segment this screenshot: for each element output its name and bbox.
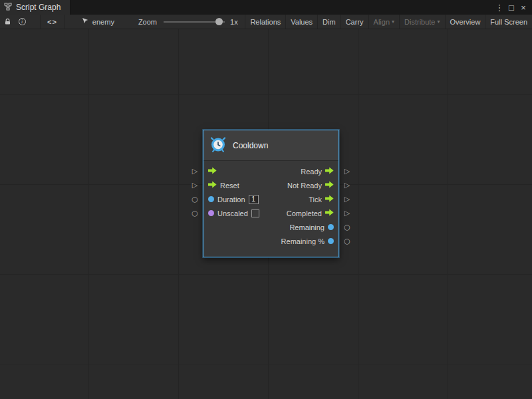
zoom-label: Zoom [138,18,157,26]
carry-button[interactable]: Carry [340,15,368,29]
port-label-completed: Completed [287,209,322,217]
graph-breadcrumb[interactable]: enemy [82,17,114,26]
cooldown-node[interactable]: ▷ ▷ ○ ○ ▷ ▷ ▷ ▷ ○ ○ [203,130,339,257]
port-row: Remaining [203,220,338,234]
port-label-reset: Reset [220,182,239,190]
port-row: Ready [203,164,338,178]
value-input-port-duration[interactable] [208,196,214,202]
value-input-port-unscaled[interactable] [208,210,214,216]
flow-input-port[interactable] [208,167,217,176]
port-row: Remaining % [203,234,338,248]
window-controls: ⋮ □ × [493,0,532,15]
zoom-value: 1x [230,18,238,26]
flow-input-marker-reset[interactable]: ▷ [190,178,200,192]
flow-output-port-tick[interactable] [325,195,334,203]
alarm-clock-icon [209,136,227,156]
port-label-ready: Ready [301,168,322,176]
toolbar-buttons: Relations Values Dim Carry Align ▾ Distr… [245,15,532,29]
maximize-icon[interactable]: □ [505,3,517,13]
tab-script-graph[interactable]: Script Graph [0,0,70,15]
port-label-remaining-percent: Remaining % [281,237,325,245]
port-row: Unscaled Completed [203,206,338,220]
info-icon[interactable]: i [15,15,29,29]
flow-output-port-ready[interactable] [325,167,334,176]
graph-canvas[interactable]: ▷ ▷ ○ ○ ▷ ▷ ▷ ▷ ○ ○ [0,29,532,399]
node-title: Cooldown [233,141,268,150]
node-body: Ready Reset Not Ready [203,161,338,257]
graph-toolbar: i <> enemy Zoom 1x Relations Values Dim … [0,15,532,29]
port-label-not-ready: Not Ready [287,182,322,190]
port-label-duration: Duration [217,196,245,203]
value-output-port-remaining-percent[interactable] [328,238,334,244]
overview-button[interactable]: Overview [445,15,485,29]
value-output-marker-remaining-percent[interactable]: ○ [342,234,352,248]
values-button[interactable]: Values [285,15,317,29]
window-menu-icon[interactable]: ⋮ [493,3,505,13]
unscaled-checkbox[interactable] [251,209,259,217]
port-row: Duration Tick [203,192,338,206]
full-screen-button[interactable]: Full Screen [485,15,532,29]
node-header[interactable]: Cooldown [203,130,338,161]
graph-pointer-icon [82,17,89,26]
value-output-marker-remaining[interactable]: ○ [342,220,352,234]
flow-input-port-reset[interactable] [208,181,217,190]
flow-input-marker[interactable]: ▷ [190,164,200,178]
titlebar: Script Graph ⋮ □ × [0,0,532,15]
external-input-ports: ▷ ▷ ○ ○ [190,164,200,248]
external-output-ports: ▷ ▷ ▷ ▷ ○ ○ [342,164,352,248]
lock-icon[interactable] [0,15,15,29]
value-input-marker-unscaled[interactable]: ○ [190,206,200,220]
duration-field[interactable] [249,195,259,204]
port-label-tick: Tick [309,196,322,203]
zoom-slider[interactable] [164,15,225,29]
value-input-marker-duration[interactable]: ○ [190,192,200,206]
flow-output-marker-not-ready[interactable]: ▷ [342,178,352,192]
flow-output-marker-ready[interactable]: ▷ [342,164,352,178]
flow-output-port-not-ready[interactable] [325,181,334,190]
distribute-dropdown-icon: ▾ [438,19,440,25]
flow-output-marker-completed[interactable]: ▷ [342,206,352,220]
tab-label: Script Graph [16,3,61,12]
flow-output-marker-tick[interactable]: ▷ [342,192,352,206]
node-frame[interactable]: Cooldown Ready [203,130,339,257]
zoom-slider-handle[interactable] [215,18,223,25]
close-icon[interactable]: × [517,3,529,13]
align-button[interactable]: Align ▾ [368,15,399,29]
dim-button[interactable]: Dim [317,15,340,29]
value-output-port-remaining[interactable] [328,224,334,230]
code-view-button[interactable]: <> [40,15,65,29]
script-graph-icon [4,3,12,12]
relations-button[interactable]: Relations [245,15,285,29]
flow-output-port-completed[interactable] [325,209,334,217]
port-label-remaining: Remaining [289,223,325,231]
port-label-unscaled: Unscaled [217,209,248,217]
align-dropdown-icon: ▾ [392,19,394,25]
port-row: Reset Not Ready [203,178,338,192]
graph-name-label: enemy [92,18,114,26]
distribute-button[interactable]: Distribute ▾ [399,15,444,29]
